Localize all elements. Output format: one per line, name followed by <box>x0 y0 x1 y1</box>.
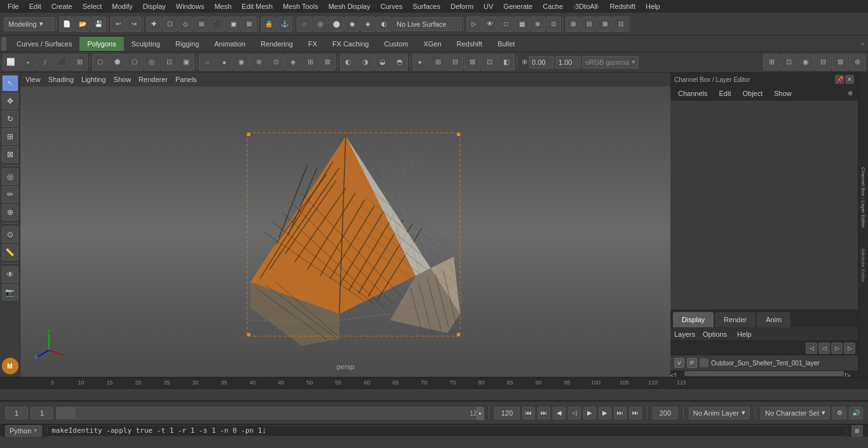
layer-add2[interactable]: ◁ <box>818 343 830 354</box>
menu-deform[interactable]: Deform <box>445 0 478 13</box>
undo-btn[interactable]: ↩ <box>111 17 126 32</box>
audio-btn[interactable]: 🔊 <box>849 407 863 419</box>
et5[interactable]: ⊕ <box>530 17 545 32</box>
mode-dropdown[interactable]: Modeling ▾ <box>4 17 55 31</box>
et2[interactable]: 👁 <box>482 17 498 32</box>
vh-renderer[interactable]: Renderer <box>139 76 168 83</box>
tab-render[interactable]: Render <box>715 312 756 327</box>
play-prev-end[interactable]: ⏮ <box>522 407 535 419</box>
play-next-frame[interactable]: ▶ <box>599 407 611 419</box>
open-btn[interactable]: 📂 <box>75 17 90 32</box>
cb-object[interactable]: Object <box>737 86 768 100</box>
scroll-left[interactable]: ◁ <box>670 371 683 376</box>
scale-tool[interactable]: ⊠ <box>241 17 257 32</box>
menu-create[interactable]: Create <box>46 0 78 13</box>
tool-extra2[interactable]: ⊕ <box>849 54 865 71</box>
tool-select[interactable]: ↖ <box>2 75 18 92</box>
python-mode[interactable]: Python ▾ <box>5 425 42 437</box>
edge-tab-attr[interactable]: Attribute Editor <box>859 245 867 286</box>
vh-shading[interactable]: Shading <box>48 76 74 83</box>
vp5[interactable]: ⊡ <box>481 54 498 71</box>
sel-edge[interactable]: / <box>37 54 53 71</box>
panel-close[interactable]: ✕ <box>845 75 854 84</box>
tool-move[interactable]: ✥ <box>2 93 18 109</box>
colorspace-btn[interactable]: sRGB gamma▾ <box>582 56 639 69</box>
save-btn[interactable]: 💾 <box>91 17 106 32</box>
maya-icon[interactable]: M <box>2 358 18 374</box>
menu-edit-mesh[interactable]: Edit Mesh <box>236 0 278 13</box>
render4[interactable]: ◉ <box>344 17 360 32</box>
play-next-end[interactable]: ⏭ <box>629 407 642 419</box>
menu-curves[interactable]: Curves <box>376 0 408 13</box>
layer-name[interactable]: Outdoor_Sun_Shelter_Tent_001_layer <box>711 360 820 367</box>
tab-curves-surfaces[interactable]: Curves / Surfaces <box>9 37 79 51</box>
et1[interactable]: ▷ <box>466 17 482 32</box>
menu-help[interactable]: Help <box>641 0 665 13</box>
menu-edit[interactable]: Edit <box>24 0 46 13</box>
frame-slider[interactable]: 120 ▸ <box>56 407 484 419</box>
panel-pin[interactable]: 📌 <box>835 75 844 84</box>
menu-display[interactable]: Display <box>138 0 171 13</box>
tool-camera[interactable]: 📷 <box>2 284 18 301</box>
select-tool[interactable]: ✚ <box>146 17 161 32</box>
cb-show[interactable]: Show <box>769 86 797 100</box>
tool-measure[interactable]: 📏 <box>2 244 18 261</box>
paint-tool[interactable]: ◇ <box>178 17 193 32</box>
vh-show[interactable]: Show <box>114 76 132 83</box>
sel-face[interactable]: ⬛ <box>54 54 71 71</box>
play-prev-frame[interactable]: ◀ <box>553 407 566 419</box>
tab-rendering[interactable]: Rendering <box>253 37 301 51</box>
snap-grid[interactable]: ⊞ <box>763 54 780 71</box>
viewport[interactable]: View Shading Lighting Show Renderer Pane… <box>20 72 670 377</box>
layer-playback[interactable]: P <box>687 358 697 368</box>
tool-scale[interactable]: ⊞ <box>2 128 18 145</box>
cam3[interactable]: ⬠ <box>126 54 143 71</box>
play-next-key[interactable]: ⏭ <box>614 407 627 419</box>
et4[interactable]: ▦ <box>514 17 529 32</box>
cb-edit[interactable]: Edit <box>714 86 736 100</box>
sel-obj[interactable]: ⬜ <box>3 54 19 71</box>
cb-channels[interactable]: Channels <box>673 86 712 100</box>
slider-end-btn[interactable]: ▸ <box>477 407 484 420</box>
tool-sculpt[interactable]: ⊕ <box>2 204 18 221</box>
rt1[interactable]: ⊞ <box>566 17 581 32</box>
play-back[interactable]: ◁ <box>568 407 581 419</box>
cam1[interactable]: ⬡ <box>92 54 109 71</box>
snap-tool[interactable]: ⊞ <box>194 17 209 32</box>
val1[interactable]: 0.00 <box>529 56 554 69</box>
playback-end[interactable] <box>494 407 520 419</box>
playback-speed[interactable] <box>653 407 678 419</box>
menu-3dtool[interactable]: ·3DtoAll· <box>568 0 605 13</box>
menu-mesh-display[interactable]: Mesh Display <box>323 0 376 13</box>
tab-sculpting[interactable]: Sculpting <box>124 37 168 51</box>
disp2[interactable]: ● <box>216 54 233 71</box>
vp2[interactable]: ⊞ <box>430 54 446 71</box>
layer-add4[interactable]: ▷ <box>844 343 855 354</box>
vh-view[interactable]: View <box>25 76 41 83</box>
rot-tool[interactable]: ▣ <box>226 17 241 32</box>
rt4[interactable]: ⊡ <box>613 17 628 32</box>
cam6[interactable]: ▣ <box>178 54 194 71</box>
layer-visible[interactable]: V <box>674 358 684 368</box>
play-fwd[interactable]: ▶ <box>583 407 596 419</box>
disp1[interactable]: ○ <box>199 54 215 71</box>
tool-soft-sel[interactable]: ◎ <box>2 168 18 185</box>
menu-mesh[interactable]: Mesh <box>209 0 236 13</box>
redo-btn[interactable]: ↪ <box>126 17 142 32</box>
tool-snap[interactable]: ⊙ <box>2 226 18 243</box>
anim-layer-dropdown[interactable]: No Anim Layer ▾ <box>689 407 750 419</box>
play-prev-key[interactable]: ⏭ <box>538 407 550 419</box>
menu-select[interactable]: Select <box>78 0 107 13</box>
lasso-tool[interactable]: ⬡ <box>162 17 177 32</box>
disp4[interactable]: ⊕ <box>250 54 267 71</box>
new-btn[interactable]: 📄 <box>59 17 74 32</box>
move-tool[interactable]: ⬛ <box>210 17 225 32</box>
menu-windows[interactable]: Windows <box>171 0 210 13</box>
tab-fx[interactable]: FX <box>301 37 325 51</box>
sh4[interactable]: ◓ <box>391 54 408 71</box>
snap-curve[interactable]: ⊡ <box>780 54 797 71</box>
status-icon[interactable]: ⊞ <box>851 425 863 437</box>
menu-file[interactable]: File <box>3 0 24 13</box>
tab-custom[interactable]: Custom <box>377 37 416 51</box>
menu-generate[interactable]: Generate <box>498 0 538 13</box>
